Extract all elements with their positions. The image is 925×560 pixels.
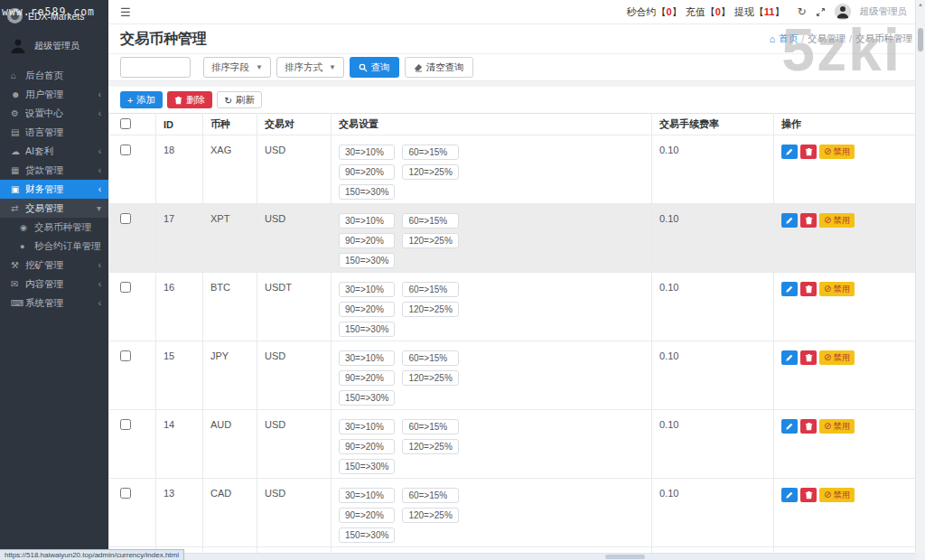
main-area: ☰ 秒合约【0】充值【0】提现【11】 ↻ 超级管理员 交易币种管理 ⌂首页/交…: [108, 0, 925, 560]
sidebar-item-language[interactable]: ▤语言管理: [0, 123, 108, 142]
search-input[interactable]: [120, 57, 191, 78]
row-checkbox[interactable]: [120, 488, 131, 499]
language-icon: ▤: [11, 127, 25, 137]
sidebar-item-label: 用户管理: [25, 89, 98, 101]
sort-field-label: 排序字段: [211, 61, 249, 74]
delete-row-button[interactable]: [800, 145, 817, 159]
select-all-checkbox[interactable]: [120, 118, 131, 129]
setting-tag: 120=>25%: [402, 370, 458, 386]
disable-button[interactable]: ⊘禁用: [819, 213, 855, 228]
sort-field-select[interactable]: 排序字段 ▼: [203, 57, 271, 78]
disable-button[interactable]: ⊘禁用: [819, 350, 855, 365]
setting-tag: 30=>10%: [339, 488, 395, 503]
delete-row-button[interactable]: [800, 282, 817, 296]
horizontal-scrollbar-thumb[interactable]: [605, 555, 645, 559]
row-checkbox[interactable]: [120, 419, 131, 430]
sidebar-item-label: 系统管理: [25, 297, 98, 310]
row-settings-cell: 30=>10%60=>15%90=>20%120=>25%150=>30%: [332, 341, 652, 410]
settings-grid: 30=>10%60=>15%90=>20%120=>25%150=>30%: [339, 213, 644, 268]
chevron-left-icon: ‹: [98, 165, 101, 175]
dot-icon: ◉: [20, 223, 34, 232]
sidebar-item-system[interactable]: ⌨系统管理‹: [0, 294, 108, 313]
sidebar-item-home[interactable]: ⌂后台首页: [0, 66, 108, 85]
chevron-down-icon: ▾: [97, 203, 101, 213]
topbar-avatar[interactable]: [835, 4, 851, 20]
edit-button[interactable]: [781, 350, 798, 365]
row-settings-cell: 30=>10%60=>15%90=>20%120=>25%150=>30%: [332, 273, 652, 341]
vertical-scrollbar[interactable]: ▲: [915, 0, 925, 553]
breadcrumb-item: 交易管理: [808, 33, 846, 45]
users-icon: ☻: [11, 89, 25, 99]
row-ops-cell: ⊘禁用: [774, 135, 925, 204]
ban-icon: ⊘: [824, 353, 831, 362]
delete-row-button[interactable]: [800, 213, 817, 228]
row-select-cell: [109, 410, 156, 479]
sidebar-user[interactable]: 超级管理员: [0, 30, 108, 63]
row-id-cell: 14: [156, 410, 203, 479]
breadcrumb-item: 交易币种管理: [855, 33, 912, 45]
sidebar-item-content[interactable]: ✉内容管理‹: [0, 275, 108, 294]
disable-button[interactable]: ⊘禁用: [819, 419, 855, 434]
disable-button[interactable]: ⊘禁用: [819, 488, 855, 502]
query-button[interactable]: 查询: [350, 57, 399, 78]
edit-button[interactable]: [781, 213, 798, 228]
disable-button[interactable]: ⊘禁用: [819, 282, 855, 296]
table-row: 13CADUSD30=>10%60=>15%90=>20%120=>25%150…: [109, 479, 925, 547]
sort-order-select[interactable]: 排序方式 ▼: [276, 57, 344, 78]
ban-icon: ⊘: [824, 216, 831, 225]
user-avatar-icon: [9, 37, 27, 55]
refresh-icon[interactable]: ↻: [797, 6, 806, 17]
setting-tag: 90=>20%: [339, 508, 395, 523]
edit-button[interactable]: [781, 419, 798, 434]
sidebar-item-users[interactable]: ☻用户管理‹: [0, 85, 108, 104]
row-settings-cell: 30=>10%60=>15%90=>20%120=>25%150=>30%: [332, 479, 652, 547]
breadcrumb-item[interactable]: 首页: [779, 33, 798, 45]
setting-tag: 90=>20%: [339, 164, 395, 180]
setting-tag: 120=>25%: [402, 508, 458, 523]
row-select-cell: [109, 479, 156, 547]
refresh-button[interactable]: ↻ 刷新: [217, 91, 262, 108]
sidebar-item-trade-currency[interactable]: ◉交易币种管理: [0, 218, 108, 237]
sidebar-item-settings[interactable]: ⚙设置中心‹: [0, 104, 108, 123]
setting-tag: 90=>20%: [339, 233, 395, 248]
topbar-username[interactable]: 超级管理员: [860, 5, 908, 18]
fullscreen-icon[interactable]: [816, 7, 826, 17]
vertical-scrollbar-thumb[interactable]: [918, 28, 923, 51]
add-button[interactable]: + 添加: [120, 91, 163, 108]
delete-row-button[interactable]: [800, 350, 817, 365]
row-checkbox[interactable]: [120, 213, 131, 224]
setting-tag: 90=>20%: [339, 439, 395, 454]
delete-button[interactable]: 删除: [167, 91, 212, 108]
stat-value: 0: [667, 6, 672, 17]
sidebar-item-label: 内容管理: [25, 278, 98, 291]
sidebar-item-label: 交易币种管理: [34, 221, 101, 234]
disable-label: 禁用: [833, 215, 850, 227]
row-checkbox[interactable]: [120, 282, 131, 293]
sidebar-item-trade[interactable]: ⇄交易管理▾: [0, 199, 108, 218]
row-operations: ⊘禁用: [781, 213, 917, 228]
disable-label: 禁用: [833, 146, 850, 158]
column-header: 操作: [774, 114, 925, 135]
refresh-button-label: 刷新: [236, 94, 255, 107]
clear-query-button[interactable]: 清空查询: [405, 57, 473, 78]
sidebar-item-seconds-orders[interactable]: ●秒合约订单管理: [0, 237, 108, 256]
row-checkbox[interactable]: [120, 350, 131, 361]
sidebar-item-loans[interactable]: ▦贷款管理‹: [0, 161, 108, 180]
sidebar-item-ai-arbitrage[interactable]: ☁AI套利‹: [0, 142, 108, 161]
edit-button[interactable]: [781, 145, 798, 159]
disable-label: 禁用: [833, 352, 850, 364]
row-checkbox[interactable]: [120, 145, 131, 155]
edit-button[interactable]: [781, 488, 798, 502]
sidebar-item-mining[interactable]: ⚒挖矿管理‹: [0, 256, 108, 275]
sidebar-toggle-icon[interactable]: ☰: [120, 6, 131, 18]
horizontal-scrollbar[interactable]: [108, 553, 915, 560]
delete-row-button[interactable]: [800, 488, 817, 502]
delete-row-button[interactable]: [800, 419, 817, 434]
breadcrumb: ⌂首页/交易管理/交易币种管理: [770, 33, 913, 45]
status-url: https://518.haiwaiyun20.top/admin/curren…: [5, 551, 179, 559]
scroll-up-arrow-icon[interactable]: ▲: [916, 0, 925, 9]
disable-button[interactable]: ⊘禁用: [819, 145, 855, 159]
sidebar-item-finance[interactable]: ▣财务管理‹: [0, 180, 108, 199]
edit-button[interactable]: [781, 282, 798, 296]
brand[interactable]: EDX-Markets: [0, 0, 108, 30]
